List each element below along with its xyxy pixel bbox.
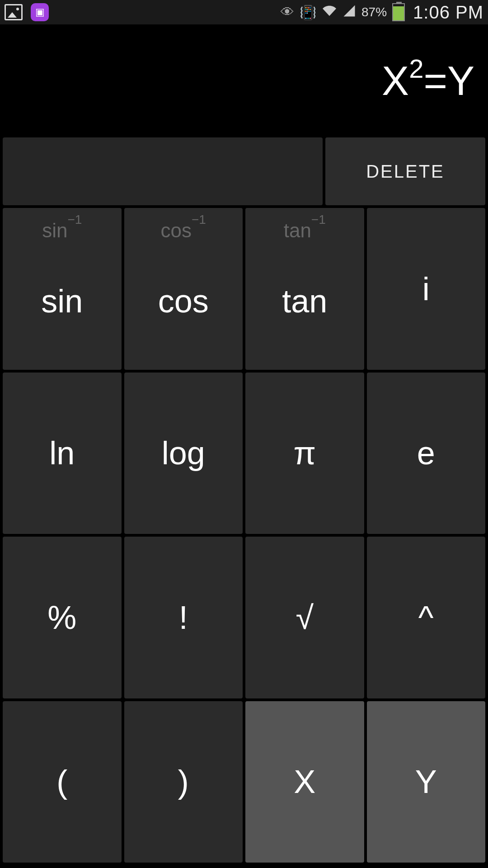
alt-base: cos [161,219,192,241]
open-paren-label: ( [56,763,67,800]
e-label: e [417,434,435,472]
y-variable-key[interactable]: Y [367,701,486,863]
e-key[interactable]: e [367,373,486,534]
pi-key[interactable]: π [245,373,364,534]
sin-key[interactable]: sin−1 sin [3,208,122,370]
arccos-label: cos−1 [161,219,206,242]
arctan-label: tan−1 [284,219,326,242]
log-label: log [162,434,205,472]
battery-icon [392,3,405,21]
sin-label: sin [41,283,83,320]
alt-base: tan [284,219,311,241]
tan-key[interactable]: tan−1 tan [245,208,364,370]
status-bar: ▣ 👁 📳 87% 1:06 PM [0,0,488,24]
alt-sup: −1 [311,212,326,226]
battery-percent: 87% [361,5,387,19]
expression-tail: =Y [423,58,474,104]
status-left: ▣ [5,3,49,21]
history-area[interactable] [3,137,323,205]
vibrate-icon: 📳 [300,5,316,20]
y-label: Y [415,763,437,800]
expression-base: X [382,58,409,104]
factorial-key[interactable]: ! [124,537,243,698]
ln-label: ln [49,434,75,472]
log-key[interactable]: log [124,373,243,534]
close-paren-key[interactable]: ) [124,701,243,863]
x-label: X [294,763,315,800]
factorial-label: ! [179,599,188,636]
i-label: i [422,270,430,307]
alt-sup: −1 [192,212,206,226]
open-paren-key[interactable]: ( [3,701,122,863]
close-paren-label: ) [178,763,189,800]
arcsin-label: sin−1 [42,219,82,242]
tan-label: tan [282,283,327,320]
cos-key[interactable]: cos−1 cos [124,208,243,370]
clock: 1:06 PM [413,2,483,23]
status-right: 👁 📳 87% 1:06 PM [281,2,483,23]
action-row: DELETE [0,137,488,205]
pi-label: π [293,434,316,472]
alt-sup: −1 [67,212,82,226]
app-notification-icon: ▣ [31,3,49,21]
sqrt-key[interactable]: √ [245,537,364,698]
scientific-keypad: sin−1 sin cos−1 cos tan−1 tan i ln log π… [0,205,488,865]
percent-label: % [47,599,76,636]
power-key[interactable]: ^ [367,537,486,698]
wifi-icon [322,4,337,21]
i-key[interactable]: i [367,208,486,370]
gallery-icon [5,4,23,20]
calculator-display: X2=Y [0,24,488,137]
sqrt-label: √ [296,599,314,636]
expression-exponent: 2 [409,53,423,84]
ln-key[interactable]: ln [3,373,122,534]
expression: X2=Y [382,58,474,104]
percent-key[interactable]: % [3,537,122,698]
alt-base: sin [42,219,67,241]
delete-button[interactable]: DELETE [325,137,485,205]
x-variable-key[interactable]: X [245,701,364,863]
delete-label: DELETE [366,161,445,182]
smart-stay-icon: 👁 [281,5,294,20]
cos-label: cos [158,283,209,320]
cell-signal-icon [343,4,356,21]
power-label: ^ [418,599,434,636]
